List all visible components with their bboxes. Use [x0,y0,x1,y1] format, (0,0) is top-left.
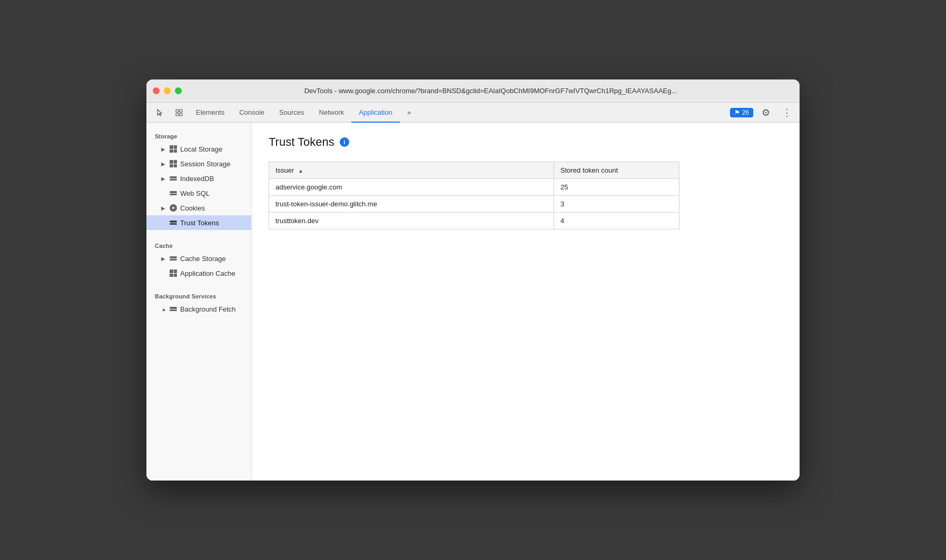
session-storage-icon [170,160,177,167]
background-section-label: Background Services [146,287,251,302]
cookies-label: Cookies [180,204,205,212]
token-count-cell: 4 [554,213,679,229]
sidebar-item-session-storage[interactable]: ▶ Session Storage [146,156,251,171]
svg-rect-0 [176,109,179,112]
sidebar-item-indexeddb[interactable]: ▶ IndexedDB [146,171,251,186]
token-count-cell: 25 [554,179,679,196]
more-options-button[interactable]: ⋮ [779,104,795,121]
tab-sources[interactable]: Sources [272,103,312,123]
window-title: DevTools - www.google.com/chrome/?brand=… [188,87,793,95]
application-cache-icon [170,269,177,277]
col-token-count-header[interactable]: Stored token count [554,162,679,179]
maximize-button[interactable] [175,87,182,94]
tab-more[interactable]: » [400,103,418,123]
tab-application[interactable]: Application [351,103,400,123]
cache-section-label: Cache [146,236,251,251]
svg-rect-2 [176,113,179,116]
close-button[interactable] [153,87,160,94]
inspect-icon[interactable] [170,103,189,123]
chevron-right-icon: ▶ [161,146,166,152]
devtools-tabbar: Elements Console Sources Network Applica… [146,103,800,123]
svg-rect-3 [180,113,182,116]
web-sql-label: Web SQL [180,189,210,197]
page-title: Trust Tokens [269,135,334,149]
table-row[interactable]: trusttoken.dev4 [269,213,679,229]
tab-elements[interactable]: Elements [189,103,232,123]
page-title-row: Trust Tokens i [269,135,783,149]
badge-count: 26 [742,109,749,116]
sidebar-item-local-storage[interactable]: ▶ Local Storage [146,142,251,156]
issuer-cell: trust-token-issuer-demo.glitch.me [269,196,554,213]
indexeddb-icon [170,175,177,182]
indexeddb-label: IndexedDB [180,175,214,183]
minimize-button[interactable] [164,87,171,94]
main-content: Trust Tokens i Issuer ▲ Stored token cou… [252,123,800,481]
info-icon[interactable]: i [340,137,349,147]
col-issuer-header[interactable]: Issuer ▲ [269,162,554,179]
devtools-body: Storage ▶ Local Storage ▶ Session Storag… [146,123,800,481]
flag-icon: ⚑ [734,109,740,116]
chevron-right-icon: ▲ [161,306,166,312]
application-cache-label: Application Cache [180,269,235,277]
tabs-right: ⚑ 26 ⚙ ⋮ [730,103,795,122]
background-fetch-icon [170,305,177,313]
tab-group: Elements Console Sources Network Applica… [189,103,418,122]
issuer-cell: trusttoken.dev [269,213,554,229]
local-storage-label: Local Storage [180,145,222,153]
table-row[interactable]: trust-token-issuer-demo.glitch.me3 [269,196,679,213]
trust-tokens-icon [170,219,177,226]
sidebar: Storage ▶ Local Storage ▶ Session Storag… [146,123,252,481]
session-storage-label: Session Storage [180,160,230,168]
sidebar-item-web-sql[interactable]: ▶ Web SQL [146,186,251,201]
traffic-lights [153,87,182,94]
chevron-right-icon: ▶ [161,256,166,262]
flag-badge[interactable]: ⚑ 26 [730,108,753,117]
trust-tokens-table: Issuer ▲ Stored token count adservice.go… [269,162,679,229]
background-fetch-label: Background Fetch [180,305,236,313]
sidebar-item-cache-storage[interactable]: ▶ Cache Storage [146,251,251,266]
token-count-cell: 3 [554,196,679,213]
issuer-cell: adservice.google.com [269,179,554,196]
sidebar-item-cookies[interactable]: ▶ Cookies [146,201,251,215]
trust-tokens-label: Trust Tokens [180,219,219,227]
table-row[interactable]: adservice.google.com25 [269,179,679,196]
svg-rect-1 [180,109,182,112]
sidebar-item-background-fetch[interactable]: ▲ Background Fetch [146,302,251,316]
cache-storage-icon [170,255,177,262]
chevron-right-icon: ▶ [161,205,166,211]
chevron-right-icon: ▶ [161,161,166,167]
web-sql-icon [170,189,177,197]
sidebar-item-trust-tokens[interactable]: ▶ Trust Tokens [146,215,251,230]
tab-console[interactable]: Console [232,103,272,123]
sidebar-item-application-cache[interactable]: ▶ Application Cache [146,266,251,281]
settings-button[interactable]: ⚙ [757,104,774,121]
devtools-window: DevTools - www.google.com/chrome/?brand=… [146,79,800,481]
storage-section-label: Storage [146,127,251,142]
cookies-icon [170,204,177,212]
sort-icon: ▲ [298,168,303,174]
titlebar: DevTools - www.google.com/chrome/?brand=… [146,79,800,103]
tab-network[interactable]: Network [312,103,352,123]
local-storage-icon [170,145,177,153]
cache-storage-label: Cache Storage [180,255,226,263]
chevron-right-icon: ▶ [161,176,166,182]
cursor-icon[interactable] [151,103,170,123]
